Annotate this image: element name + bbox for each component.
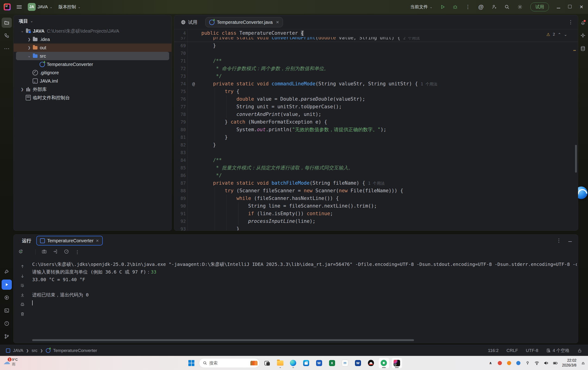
writable-lock-icon[interactable] [577, 348, 582, 353]
run-configuration-widget[interactable]: 当前文件 ⌄ [410, 4, 432, 10]
code-line-84[interactable]: 84 /** [174, 156, 578, 164]
code-line-90[interactable]: 90 String line = fileScanner.nextLine().… [174, 202, 578, 210]
terminal-tool-window-button[interactable] [2, 306, 12, 316]
editor-tab-active[interactable]: TemperatureConverter.java ✕ [205, 17, 283, 27]
code-line-75[interactable]: 75 try { [174, 88, 578, 95]
profiler-button[interactable] [64, 249, 69, 255]
volume-icon[interactable] [544, 360, 549, 366]
file-encoding[interactable]: UTF-8 [526, 348, 538, 353]
code-line-4[interactable]: 4public class TemperatureConverter { [174, 29, 578, 37]
prev-problem-icon[interactable]: ⌃ [558, 32, 561, 37]
project-tool-window-button[interactable] [2, 18, 12, 28]
start-button[interactable] [186, 358, 197, 368]
code-with-me-icon[interactable] [492, 4, 497, 10]
code-line-92[interactable]: 92 processInputLine(line); [174, 218, 578, 225]
qq-taskbar-icon[interactable] [366, 358, 376, 368]
window-close-button[interactable]: ✕ [579, 5, 583, 9]
tray-app-blue-icon[interactable] [516, 361, 521, 365]
soft-wrap-icon[interactable] [20, 283, 25, 289]
code-line-71[interactable]: 71 /** [174, 57, 578, 65]
tab-close-icon[interactable]: ✕ [276, 20, 279, 25]
file-explorer-taskbar-icon[interactable] [275, 358, 285, 368]
line-separator[interactable]: CRLF [506, 348, 518, 353]
window-maximize-button[interactable] [568, 4, 572, 10]
code-line-81[interactable]: 81 } [174, 134, 578, 141]
office-w-taskbar-icon[interactable]: W [353, 358, 363, 368]
tree-item-src[interactable]: ⌄src [16, 52, 169, 60]
excel-taskbar-icon[interactable]: X [327, 358, 337, 368]
chevron-right-icon[interactable]: ❯ [19, 87, 25, 91]
up-stack-icon[interactable] [20, 264, 25, 270]
rerun-button[interactable] [18, 249, 23, 255]
clear-console-trash-icon[interactable] [20, 312, 25, 317]
code-line-73[interactable]: 73 */ [174, 73, 578, 80]
window-minimize-button[interactable] [557, 4, 560, 10]
ai-assistant-tool-window-button[interactable] [578, 31, 588, 41]
mail-taskbar-icon[interactable]: ✉ [340, 358, 350, 368]
code-line-76[interactable]: 76 double value = Double.parseDouble(val… [174, 95, 578, 103]
code-line-85[interactable]: 85 * 批量文件模式：从指定文件逐行读取，每行格式同交互输入。 [174, 164, 578, 172]
ai-assistant-icon[interactable]: @ [478, 4, 484, 10]
code-editor[interactable]: 4public class TemperatureConverter { 57 … [174, 29, 578, 231]
pin-tray-icon[interactable] [525, 361, 530, 365]
chevron-down-icon[interactable]: ⌄ [19, 29, 25, 33]
code-line-93[interactable]: 93 } [174, 225, 578, 231]
services-tool-window-button[interactable] [2, 293, 12, 303]
breadcrumb-class[interactable]: TemperatureConverter [53, 348, 97, 353]
code-line-78[interactable]: 78 convertAndPrint(value, unit); [174, 111, 578, 118]
database-tool-window-button[interactable] [578, 43, 588, 54]
version-control-tool-window-button[interactable] [2, 331, 12, 341]
tree-item-.gitignore[interactable]: .gitignore [14, 68, 171, 77]
tree-item-外部库[interactable]: ❯外部库 [14, 85, 171, 94]
tree-item-.idea[interactable]: ❯.idea [14, 35, 171, 43]
more-actions-kebab-icon[interactable]: ⋮ [465, 4, 471, 10]
dump-threads-button[interactable] [53, 249, 58, 255]
code-line-80[interactable]: 80 System.out.println("无效的数值参数，请提供正确的数字。… [174, 126, 578, 134]
code-line-72[interactable]: 72 * 命令行参数模式：两个参数，分别为数值和单位。 [174, 65, 578, 73]
word-taskbar-icon[interactable]: W [314, 358, 325, 368]
caret-position[interactable]: 116:2 [488, 348, 499, 353]
code-line-86[interactable]: 86 */ [174, 172, 578, 179]
taskbar-clock[interactable]: 22:02 2026/3/8 [562, 358, 577, 368]
chevron-right-icon[interactable]: ❯ [26, 46, 32, 50]
code-line-91[interactable]: 91 if (line.isEmpty()) continue; [174, 210, 578, 218]
run-tool-window-button[interactable] [2, 280, 12, 290]
chevron-down-icon[interactable]: ⌄ [30, 19, 33, 23]
breadcrumb-src[interactable]: src [32, 348, 37, 353]
editor-scrollbar-thumb[interactable] [575, 145, 577, 173]
tree-item-临时文件和控制台[interactable]: 临时文件和控制台 [14, 94, 171, 102]
code-line-69[interactable]: 69 } [174, 42, 578, 50]
inspection-widget[interactable]: ⚠ 2 ⌃ ⌄ [546, 32, 567, 37]
trial-button[interactable]: 试用 [530, 2, 549, 11]
debug-button[interactable] [453, 5, 458, 9]
error-stripe-mark[interactable] [573, 50, 576, 51]
print-icon[interactable] [20, 302, 25, 308]
breadcrumbs[interactable]: JAVA ❯ src ❯ TemperatureConverter [6, 348, 97, 353]
console-hscrollbar-thumb[interactable] [32, 339, 414, 341]
code-line-79[interactable]: 79 } catch (NumberFormatException e) { [174, 118, 578, 126]
tree-item-out[interactable]: ❯out [14, 43, 171, 52]
tree-item-JAVA.iml[interactable]: JAVA.iml [14, 77, 171, 85]
code-line-70[interactable]: 70 [174, 50, 578, 57]
vcs-widget[interactable]: 版本控制 ⌄ [58, 4, 81, 10]
taskbar-search-box[interactable]: 搜索 [199, 358, 260, 368]
code-line-77[interactable]: 77 String unit = unitStr.toUpperCase(); [174, 103, 578, 111]
down-stack-icon[interactable] [20, 274, 25, 279]
code-line-87[interactable]: 87 private static void batchFileMode(Str… [174, 179, 578, 187]
tree-item-TemperatureConverter[interactable]: TemperatureConverter [14, 60, 171, 68]
editor-options-kebab-icon[interactable]: ⋮ [568, 19, 573, 25]
build-tool-window-button[interactable] [2, 266, 12, 277]
taskbar-weather-widget[interactable]: ☁ 1 9°C 雨 [3, 357, 18, 367]
main-menu-icon[interactable] [17, 4, 22, 10]
notification-center-bell-icon[interactable] [581, 361, 586, 365]
breadcrumb-root[interactable]: JAVA [13, 348, 23, 353]
notifications-bell-icon[interactable] [578, 18, 588, 28]
next-problem-icon[interactable]: ⌄ [564, 32, 567, 37]
code-line-83[interactable]: 83 [174, 149, 578, 156]
code-line-88[interactable]: 88 try (Scanner fileScanner = new Scanne… [174, 187, 578, 195]
code-line-74[interactable]: 74@ private static void commandLineMode(… [174, 80, 578, 88]
run-console[interactable]: C:\Users\朱彦硕\.jdks\openjdk-25.0.2\bin\ja… [14, 257, 578, 343]
run-panel-kebab-icon[interactable]: ⋮ [556, 238, 561, 244]
run-toolbar-kebab-icon[interactable]: ⋮ [75, 249, 80, 255]
run-tab[interactable]: TemperatureConverter ✕ [36, 236, 103, 245]
